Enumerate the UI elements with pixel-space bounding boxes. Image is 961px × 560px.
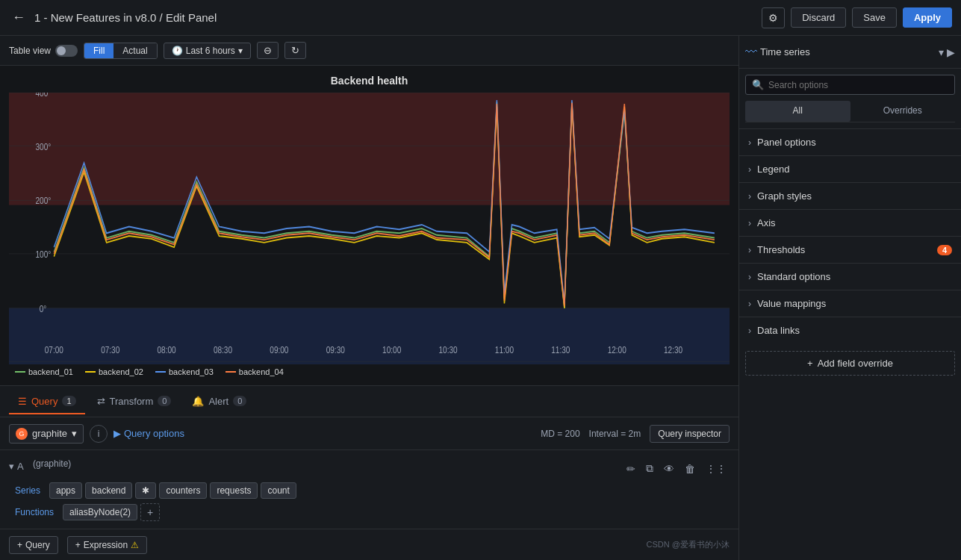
- add-expression-icon: +: [75, 540, 81, 550]
- tag-requests[interactable]: requests: [210, 482, 258, 499]
- copy-query-button[interactable]: ⧉: [643, 461, 656, 476]
- datasource-info-button[interactable]: i: [90, 425, 108, 443]
- search-icon: 🔍: [752, 79, 764, 90]
- add-expression-label: Expression: [84, 540, 128, 550]
- viz-dropdown-button[interactable]: ▾: [939, 46, 944, 58]
- tab-all[interactable]: All: [745, 101, 850, 122]
- table-view-toggle: Table view: [9, 45, 78, 57]
- svg-text:10:30: 10:30: [438, 345, 457, 355]
- chevron-right-icon: ›: [748, 164, 751, 175]
- option-section-label: Data links: [757, 325, 952, 336]
- option-section-data-links[interactable]: › Data links: [739, 317, 961, 343]
- option-section-label: Thresholds: [757, 244, 931, 255]
- tab-alert[interactable]: 🔔 Alert 0: [183, 390, 255, 414]
- edit-query-button[interactable]: ✏: [623, 461, 638, 476]
- time-range-button[interactable]: 🕐 Last 6 hours ▾: [164, 43, 251, 59]
- watermark: CSDN @爱看书的小沐: [647, 539, 730, 550]
- legend-item-backend02: backend_02: [85, 367, 143, 376]
- svg-text:12:00: 12:00: [608, 345, 626, 355]
- legend-item-backend03: backend_03: [155, 367, 214, 376]
- search-box: 🔍: [745, 75, 955, 95]
- legend-item-backend04: backend_04: [226, 367, 284, 376]
- add-query-button[interactable]: + Query: [9, 536, 58, 554]
- svg-text:200°: 200°: [36, 196, 52, 205]
- option-section-value-mappings[interactable]: › Value mappings: [739, 290, 961, 317]
- datasource-selector[interactable]: G graphite ▾: [9, 424, 84, 444]
- chevron-right-icon: ›: [748, 272, 751, 282]
- query-inspector-button[interactable]: Query inspector: [650, 425, 730, 443]
- option-section-axis[interactable]: › Axis: [739, 209, 961, 236]
- actual-button[interactable]: Actual: [113, 43, 156, 58]
- svg-text:11:30: 11:30: [551, 345, 570, 355]
- right-panel: 〰 Time series ▾ ▶ 🔍 All Overrides › Pane…: [739, 36, 961, 560]
- option-section-thresholds[interactable]: › Thresholds 4: [739, 236, 961, 263]
- add-override-button[interactable]: + Add field override: [745, 351, 955, 376]
- option-section-label: Axis: [757, 217, 952, 228]
- func-aliasByNode[interactable]: aliasByNode(2): [63, 504, 137, 520]
- tag-counters[interactable]: counters: [159, 482, 207, 499]
- discard-button[interactable]: Discard: [791, 7, 846, 28]
- fill-button[interactable]: Fill: [84, 43, 113, 58]
- datasource-name: graphite: [32, 428, 67, 439]
- search-input[interactable]: [768, 80, 948, 90]
- query-letter: ▾ A: [9, 458, 24, 472]
- tab-transform[interactable]: ⇄ Transform 0: [88, 390, 181, 414]
- query-editor: ▾ A (graphite) ✏ ⧉ 👁 🗑 ⋮⋮: [0, 450, 738, 529]
- back-button[interactable]: ←: [9, 7, 28, 28]
- save-button[interactable]: Save: [852, 7, 897, 28]
- query-actions: ✏ ⧉ 👁 🗑 ⋮⋮: [623, 458, 730, 476]
- tab-query[interactable]: ☰ Query 1: [9, 390, 85, 414]
- top-bar-actions: ⚙ Discard Save Apply: [762, 7, 952, 28]
- add-expression-button[interactable]: + Expression ⚠: [67, 536, 147, 554]
- interval-label: Interval = 2m: [589, 429, 641, 439]
- refresh-button[interactable]: ↻: [284, 42, 306, 59]
- option-section-legend[interactable]: › Legend: [739, 155, 961, 182]
- viz-type-icon: 〰: [745, 46, 757, 59]
- query-tab-label: Query: [31, 396, 57, 407]
- chart-legend: backend_01 backend_02 backend_03 backend…: [9, 364, 730, 379]
- tag-count[interactable]: count: [261, 482, 296, 499]
- query-tab-badge: 1: [62, 396, 75, 406]
- viz-nav-button[interactable]: ▶: [947, 46, 955, 58]
- tag-backend[interactable]: backend: [85, 482, 132, 499]
- main-layout: Table view Fill Actual 🕐 Last 6 hours ▾ …: [0, 36, 961, 560]
- delete-query-button[interactable]: 🗑: [682, 461, 698, 476]
- warning-icon: ⚠: [131, 540, 139, 550]
- table-view-switch[interactable]: [55, 45, 78, 57]
- tab-overrides[interactable]: Overrides: [850, 101, 956, 122]
- svg-text:100°: 100°: [36, 249, 52, 259]
- apply-button[interactable]: Apply: [903, 7, 952, 28]
- query-options-label: Query options: [124, 428, 184, 439]
- alert-tab-label: Alert: [208, 396, 228, 407]
- drag-handle[interactable]: ⋮⋮: [703, 461, 730, 476]
- option-section-panel-options[interactable]: › Panel options: [739, 128, 961, 155]
- datasource-bar: G graphite ▾ i ▶ Query options MD = 200 …: [0, 417, 738, 450]
- tag-star[interactable]: ✱: [135, 482, 156, 499]
- svg-text:10:00: 10:00: [382, 345, 401, 355]
- page-title: 1 - New Features in v8.0 / Edit Panel: [34, 11, 756, 24]
- chevron-down-icon: ▾: [238, 46, 243, 56]
- option-section-label: Legend: [757, 164, 952, 175]
- chevron-right-icon: ›: [748, 299, 751, 309]
- chevron-right-icon: ›: [748, 326, 751, 336]
- query-section: ☰ Query 1 ⇄ Transform 0 🔔 Alert 0: [0, 385, 738, 560]
- tag-apps[interactable]: apps: [49, 482, 82, 499]
- option-section-graph-styles[interactable]: › Graph styles: [739, 182, 961, 209]
- option-section-standard-options[interactable]: › Standard options: [739, 263, 961, 290]
- legend-item-backend01: backend_01: [15, 367, 73, 376]
- series-label[interactable]: Series: [9, 483, 46, 498]
- functions-fields: Functions aliasByNode(2) +: [9, 503, 730, 521]
- svg-text:300°: 300°: [36, 142, 52, 152]
- transform-tab-label: Transform: [110, 396, 154, 407]
- functions-label[interactable]: Functions: [9, 505, 60, 520]
- query-options-button[interactable]: ▶ Query options: [113, 428, 184, 439]
- svg-text:09:00: 09:00: [270, 345, 288, 355]
- left-panel: Table view Fill Actual 🕐 Last 6 hours ▾ …: [0, 36, 739, 560]
- add-function-button[interactable]: +: [140, 503, 160, 521]
- chevron-right-icon: ›: [748, 245, 751, 255]
- zoom-out-button[interactable]: ⊖: [257, 42, 279, 59]
- toggle-visibility-button[interactable]: 👁: [661, 461, 677, 476]
- settings-button[interactable]: ⚙: [762, 7, 785, 28]
- query-options-arrow: ▶: [113, 428, 121, 439]
- chevron-right-icon: ›: [748, 137, 751, 148]
